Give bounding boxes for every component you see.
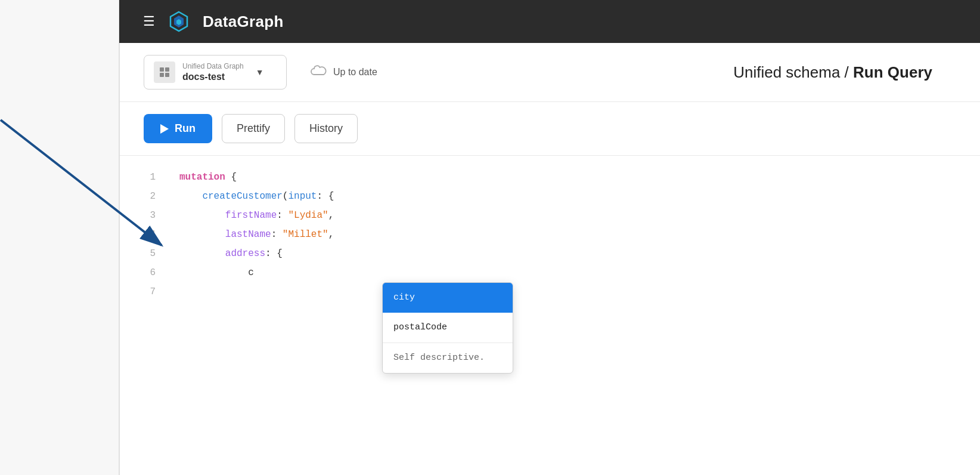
line-num: 1: [144, 168, 156, 187]
status-indicator: Up to date: [311, 65, 377, 80]
cloud-icon: [311, 65, 327, 80]
hamburger-icon[interactable]: ☰: [143, 15, 155, 28]
main-content: Unified Data Graph docs-test ▼ Up to dat…: [119, 43, 980, 475]
svg-rect-3: [160, 67, 164, 72]
graph-name: docs-test: [182, 72, 244, 82]
code-line-1: mutation {: [179, 168, 980, 187]
autocomplete-dropdown[interactable]: city postalCode Self descriptive.: [382, 282, 513, 374]
code-line-2: createCustomer(input: {: [179, 187, 980, 206]
graph-info: Unified Data Graph docs-test: [182, 62, 244, 82]
subheader: Unified Data Graph docs-test ▼ Up to dat…: [120, 43, 980, 102]
graph-type: Unified Data Graph: [182, 62, 244, 70]
play-icon: [160, 124, 169, 134]
line-num: 4: [144, 225, 156, 244]
status-text: Up to date: [333, 67, 377, 78]
code-editor[interactable]: mutation { createCustomer(input: { first…: [168, 168, 980, 463]
code-line-5: address: {: [179, 244, 980, 263]
svg-rect-6: [165, 73, 169, 77]
app-title: DataGraph: [203, 13, 284, 31]
navbar: ☰ DataGraph: [119, 0, 980, 43]
breadcrumb-current: Run Query: [853, 63, 932, 81]
code-line-7: [179, 282, 980, 301]
svg-rect-4: [165, 67, 169, 72]
graph-selector[interactable]: Unified Data Graph docs-test ▼: [144, 55, 287, 90]
toolbar: Run Prettify History: [120, 102, 980, 156]
line-num: 5: [144, 244, 156, 263]
line-num: 7: [144, 282, 156, 301]
graph-icon: [154, 61, 175, 83]
prettify-button[interactable]: Prettify: [222, 114, 285, 143]
line-num: 3: [144, 206, 156, 225]
run-label: Run: [175, 122, 196, 135]
logo-icon: [167, 10, 191, 33]
editor-area: 1 2 3 4 5 6 7 mutation { createCustomer(…: [120, 156, 980, 475]
code-line-6: c: [179, 263, 980, 282]
code-line-4: lastName: "Millet",: [179, 225, 980, 244]
chevron-down-icon: ▼: [256, 67, 264, 77]
sidebar: [0, 0, 119, 475]
svg-rect-5: [160, 73, 164, 77]
line-num: 2: [144, 187, 156, 206]
code-line-3: firstName: "Lydia",: [179, 206, 980, 225]
autocomplete-item-description: Self descriptive.: [383, 343, 513, 373]
history-button[interactable]: History: [294, 114, 358, 143]
line-num: 6: [144, 263, 156, 282]
autocomplete-item-city[interactable]: city: [383, 283, 513, 313]
page-title: Unified schema / Run Query: [733, 63, 956, 82]
autocomplete-item-postalcode[interactable]: postalCode: [383, 313, 513, 343]
run-button[interactable]: Run: [144, 114, 212, 143]
breadcrumb-prefix: Unified schema /: [733, 63, 853, 81]
line-numbers: 1 2 3 4 5 6 7: [120, 168, 168, 463]
